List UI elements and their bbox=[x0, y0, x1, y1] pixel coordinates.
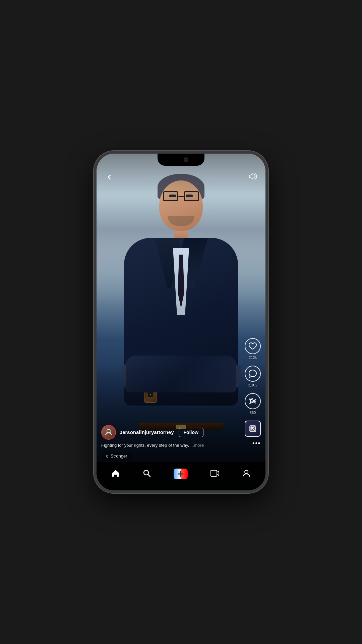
music-album-action[interactable] bbox=[245, 421, 261, 437]
svg-rect-10 bbox=[211, 470, 217, 476]
svg-rect-2 bbox=[250, 426, 256, 432]
svg-line-7 bbox=[148, 474, 150, 477]
notch bbox=[158, 154, 204, 166]
username: personalinjuryattorney bbox=[119, 429, 174, 435]
like-action[interactable]: 212k bbox=[245, 338, 261, 360]
nav-inbox[interactable] bbox=[205, 467, 224, 481]
avatar-image bbox=[102, 426, 115, 439]
phone-frame: 212k 2,102 bbox=[94, 151, 268, 493]
back-button[interactable] bbox=[103, 171, 115, 183]
more-text[interactable]: ...more bbox=[190, 443, 204, 448]
svg-point-4 bbox=[252, 428, 253, 429]
music-album-icon bbox=[245, 421, 261, 437]
add-icon bbox=[174, 469, 188, 479]
share-icon bbox=[245, 393, 261, 409]
music-note-icon: ♫ bbox=[105, 453, 109, 459]
music-pill[interactable]: ♫ Stronger bbox=[101, 452, 131, 460]
more-options-button[interactable]: ••• bbox=[252, 440, 261, 447]
like-count: 212k bbox=[249, 356, 257, 360]
right-actions: 212k 2,102 bbox=[245, 338, 261, 437]
user-row: personalinjuryattorney Follow bbox=[101, 425, 237, 440]
profile-icon bbox=[242, 469, 251, 479]
avatar[interactable] bbox=[101, 425, 116, 440]
nav-home[interactable] bbox=[107, 466, 125, 482]
bottom-nav bbox=[97, 462, 265, 490]
svg-point-3 bbox=[251, 427, 254, 430]
comment-count: 2,102 bbox=[248, 383, 257, 387]
share-action[interactable]: 360 bbox=[245, 393, 261, 415]
like-icon bbox=[245, 338, 261, 354]
caption-text: Fighting for your rights, every step of … bbox=[101, 443, 189, 448]
front-camera bbox=[184, 157, 188, 162]
follow-button[interactable]: Follow bbox=[179, 428, 203, 437]
sound-button[interactable] bbox=[247, 170, 259, 182]
share-count: 360 bbox=[250, 411, 256, 415]
comment-action[interactable]: 2,102 bbox=[245, 366, 261, 387]
song-name: Stronger bbox=[111, 453, 127, 459]
home-icon bbox=[111, 469, 120, 479]
comment-icon bbox=[245, 366, 261, 382]
screen: 212k 2,102 bbox=[97, 154, 265, 490]
video-icon bbox=[210, 469, 220, 479]
svg-point-5 bbox=[107, 429, 110, 433]
bottom-info: personalinjuryattorney Follow Fighting f… bbox=[97, 425, 242, 460]
music-row: ♫ Stronger bbox=[101, 452, 237, 460]
svg-point-11 bbox=[245, 470, 248, 474]
search-icon bbox=[142, 469, 151, 479]
nav-profile[interactable] bbox=[237, 466, 255, 482]
nav-search[interactable] bbox=[138, 466, 156, 482]
nav-add[interactable] bbox=[169, 466, 192, 482]
caption: Fighting for your rights, every step of … bbox=[101, 442, 237, 448]
